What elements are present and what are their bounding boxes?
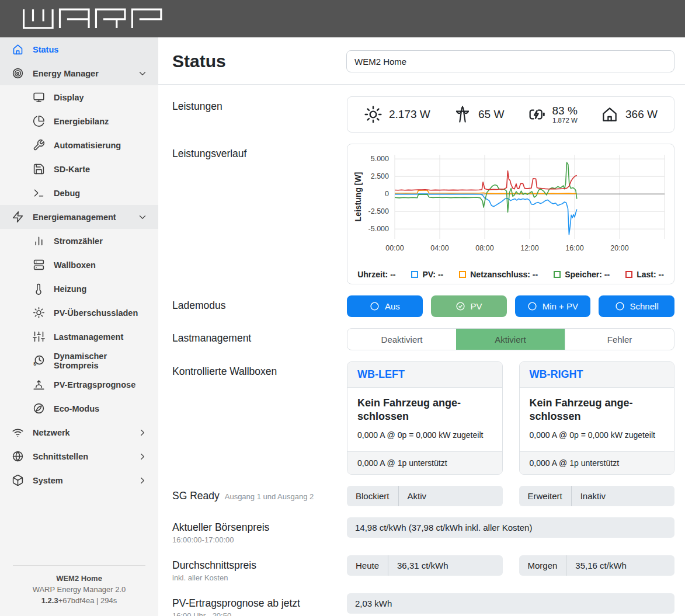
average-price-boxes: Heute36,31 ct/kWhMorgen35,16 ct/kWh (347, 555, 674, 576)
svg-text:08:00: 08:00 (475, 244, 493, 252)
wallbox-cards: WB-LEFTKein Fahrzeug ange-schlossen0,000… (347, 361, 674, 475)
kv-value: Inaktiv (572, 486, 614, 506)
svg-text:-5.000: -5.000 (368, 225, 389, 233)
legend-text: Netzanschluss: -- (470, 270, 538, 279)
sidebar-item-label: Debug (54, 189, 80, 198)
wallbox-card-wb-right: WB-RIGHTKein Fahrzeug ange-schlossen0,00… (519, 361, 675, 475)
sidebar-item-status[interactable]: Status (0, 37, 158, 61)
server-icon (33, 259, 45, 271)
svg-text:12:00: 12:00 (520, 244, 538, 252)
segment-aktiviert[interactable]: Aktiviert (456, 329, 565, 350)
wallbox-status-heading: Kein Fahrzeug ange-schlossen (530, 396, 665, 424)
svg-text:5.000: 5.000 (371, 155, 389, 163)
sliders-icon (33, 330, 45, 343)
footer-product: WARP Energy Manager 2.0 (13, 584, 145, 596)
pv-prognose-value: 2,03 kWh (347, 593, 674, 614)
circle-icon (370, 301, 380, 311)
wallbox-card-body: Kein Fahrzeug ange-schlossen0,000 A @ 0p… (520, 388, 674, 451)
wallbox-allocated: 0,000 A @ 0p = 0,000 kW zugeteilt (530, 430, 665, 440)
button-label: PV (471, 301, 482, 311)
chevron-right-icon (137, 475, 148, 486)
wallbox-status-heading: Kein Fahrzeug ange-schlossen (357, 396, 492, 424)
sidebar-item-automatisierung[interactable]: Automatisierung (0, 133, 158, 157)
save-icon (33, 163, 45, 175)
globe-icon (12, 450, 24, 462)
sg-ready-sublabel: Ausgang 1 und Ausgang 2 (225, 492, 314, 501)
footer-version: 1.2.3+67bdf4ea | 294s (13, 596, 145, 607)
boersenpreis-label: Aktueller Börsenpreis 16:00:00-17:00:00 (172, 517, 347, 544)
svg-text:00:00: 00:00 (385, 244, 404, 252)
sidebar-item-heizung[interactable]: Heizung (0, 277, 158, 301)
sidebar-item-energy-manager[interactable]: Energy Manager (0, 61, 158, 85)
sidebar-item-schnittstellen[interactable]: Schnittstellen (0, 444, 158, 468)
chart-legend: Uhrzeit: --PV: --Netzanschluss: --Speich… (353, 268, 669, 281)
kv-value: 36,31 ct/kWh (388, 555, 457, 576)
circle-icon (615, 301, 625, 311)
legend-item-netzanschluss[interactable]: Netzanschluss: -- (459, 270, 538, 279)
segment-deaktiviert[interactable]: Deaktiviert (347, 329, 456, 350)
top-header (0, 0, 685, 37)
power-history-panel: 5.0002.5000-2.500-5.00000:0004:0008:0012… (347, 144, 674, 284)
charge-mode-schnell-button[interactable]: Schnell (599, 295, 674, 317)
app-root: StatusEnergy ManagerDisplayEnergiebilanz… (0, 0, 685, 616)
svg-text:20:00: 20:00 (610, 244, 628, 252)
sg-ready-blockiert-box: BlockiertAktiv (347, 486, 503, 506)
sidebar-item-label: Heizung (54, 284, 86, 294)
legend-item-last[interactable]: Last: -- (625, 270, 664, 279)
sidebar-item-stromz-hler[interactable]: Stromzähler (0, 229, 158, 253)
sidebar-item-label: Energiebilanz (54, 117, 109, 126)
sidebar-item-label: Automatisierung (54, 141, 121, 150)
svg-text:04:00: 04:00 (430, 244, 448, 252)
sidebar-item-eco-modus[interactable]: Eco-Modus (0, 396, 158, 420)
chevron-down-icon (137, 212, 148, 222)
kv-key: Heute (347, 555, 388, 576)
sidebar-item-wallboxen[interactable]: Wallboxen (0, 253, 158, 277)
thermometer-icon (33, 283, 45, 295)
segment-fehler[interactable]: Fehler (565, 329, 674, 350)
speicher-swatch-icon (554, 271, 561, 278)
svg-text:16:00: 16:00 (565, 244, 583, 252)
wrench-icon (33, 139, 45, 151)
circle-icon (527, 301, 537, 311)
legend-item-uhrzeit[interactable]: Uhrzeit: -- (357, 270, 395, 279)
sidebar-item-energiebilanz[interactable]: Energiebilanz (0, 109, 158, 133)
button-label: Aus (385, 301, 400, 311)
target-icon (12, 67, 24, 79)
zap-icon (12, 211, 24, 223)
wallbox-allocated: 0,000 A @ 0p = 0,000 kW zugeteilt (357, 430, 492, 440)
sidebar-item-dynamischer-strompreis[interactable]: $Dynamischer Strompreis (0, 349, 158, 373)
sidebar-item-lastmanagement[interactable]: Lastmanagement (0, 325, 158, 349)
kv-key: Blockiert (347, 486, 399, 506)
wallbox-title-link[interactable]: WB-LEFT (357, 368, 405, 380)
sidebar-item-label: System (33, 476, 63, 485)
sg-ready-erweitert-box: ErweitertInaktiv (519, 486, 675, 506)
sidebar-item-label: PV-Ertragsprognose (54, 380, 135, 389)
charge-mode-min-pv-button[interactable]: Min + PV (515, 295, 591, 317)
metric-value: 366 W (625, 109, 658, 120)
legend-item-pv[interactable]: PV: -- (411, 270, 443, 279)
sidebar-item-debug[interactable]: Debug (0, 181, 158, 205)
charge-mode-pv-button[interactable]: PV (431, 295, 507, 317)
box-icon (12, 474, 24, 486)
svg-text:Leistung [W]: Leistung [W] (353, 172, 363, 222)
legend-item-speicher[interactable]: Speicher: -- (554, 270, 610, 279)
status-rows: Leistungen 2.173 W65 W83 %1.872 W366 W L… (172, 85, 674, 616)
wallbox-title-link[interactable]: WB-RIGHT (530, 368, 583, 380)
leistungsverlauf-chart[interactable]: 5.0002.5000-2.500-5.00000:0004:0008:0012… (353, 150, 668, 266)
metric-value: 65 W (478, 109, 504, 120)
sidebar-item-sd-karte[interactable]: SD-Karte (0, 157, 158, 181)
legend-text: Last: -- (637, 270, 664, 279)
pv-prognose-sublabel: 16:00 Uhr - 20:50 (172, 611, 347, 616)
sidebar-item-system[interactable]: System (0, 468, 158, 492)
bar-chart-icon (33, 235, 45, 247)
pie-chart-icon (33, 115, 45, 127)
sidebar-item-pv-berschussladen[interactable]: PV-Überschussladen (0, 301, 158, 325)
charge-mode-aus-button[interactable]: Aus (347, 295, 423, 317)
load-management-segments: DeaktiviertAktiviertFehler (347, 328, 674, 350)
sidebar-item-display[interactable]: Display (0, 85, 158, 109)
sidebar-item-pv-ertragsprognose[interactable]: PV-Ertragsprognose (0, 373, 158, 396)
sidebar-item-netzwerk[interactable]: Netzwerk (0, 420, 158, 444)
device-name-input[interactable] (346, 50, 674, 72)
sidebar-item-label: Energiemanagement (33, 213, 116, 222)
sidebar-item-energiemanagement[interactable]: Energiemanagement (0, 205, 158, 229)
